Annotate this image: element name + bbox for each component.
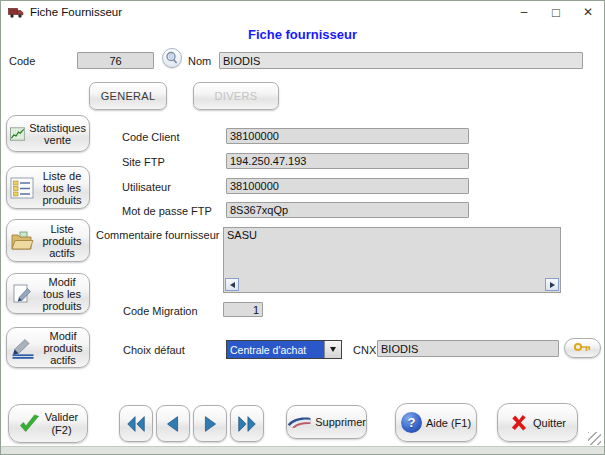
choix-defaut-label: Choix défaut [123,344,185,356]
window-title: Fiche Fournisseur [30,6,122,18]
sidebar-item-modif-tous-produits[interactable]: Modif tous les produits [6,273,90,314]
code-lookup-button[interactable] [162,48,182,68]
commentaire-input[interactable]: SASU [224,228,560,278]
check-icon [18,413,41,434]
choix-defaut-selected-option: Centrale d'achat [227,341,324,358]
tab-general[interactable]: GENERAL [89,82,167,110]
magnifier-icon [165,51,179,65]
valider-button[interactable]: Valider (F2) [8,404,88,443]
code-client-label: Code Client [122,131,179,143]
quitter-button[interactable]: Quitter [497,403,578,442]
sidebar-item-liste-produits-actifs[interactable]: Liste produits actifs [6,219,90,262]
dropdown-arrow-icon[interactable] [324,341,341,358]
valider-button-label: Valider (F2) [45,411,78,437]
cnx-input[interactable] [377,340,559,357]
nom-input[interactable] [219,52,583,69]
edit-document-icon [10,283,34,305]
fiche-fournisseur-window: Fiche Fournisseur – □ ✕ Fiche fournisseu… [0,0,605,455]
choix-defaut-select[interactable]: Centrale d'achat [226,340,342,359]
code-client-input[interactable] [226,128,469,144]
quitter-button-label: Quitter [533,417,566,429]
mot-de-passe-ftp-input[interactable] [226,202,469,218]
nom-label: Nom [188,55,211,67]
next-icon [199,413,221,435]
scroll-right-icon[interactable] [545,278,559,291]
sidebar-item-label: Liste produits actifs [38,223,86,259]
aide-button-label: Aide (F1) [426,417,471,429]
commentaire-label: Commentaire fournisseur [96,229,220,241]
last-record-button[interactable] [230,405,264,442]
supprimer-button-label: Supprimer [315,416,366,428]
aide-button[interactable]: ? Aide (F1) [395,403,477,442]
maximize-icon[interactable]: □ [540,1,572,23]
sidebar-item-label: Statistiques vente [29,122,86,146]
previous-icon [162,413,184,435]
code-migration-label: Code Migration [123,305,198,317]
mot-de-passe-ftp-label: Mot de passe FTP [122,205,212,217]
truck-icon [8,6,24,19]
scroll-left-icon[interactable] [225,278,239,291]
utilisateur-label: Utilisateur [122,181,171,193]
key-icon [573,342,592,354]
sidebar-item-label: Modif tous les produits [38,276,86,312]
page-title: Fiche fournisseur [1,27,604,42]
code-input[interactable] [77,52,154,69]
list-icon [10,177,34,199]
window-controls: – □ ✕ [508,1,604,23]
minimize-icon[interactable]: – [508,1,540,23]
question-icon: ? [401,412,422,433]
close-icon[interactable]: ✕ [572,1,604,23]
cnx-key-button[interactable] [564,338,601,358]
sidebar-item-statistiques-vente[interactable]: Statistiques vente [6,115,90,152]
sidebar-item-label: Modif produits actifs [40,330,86,366]
tab-divers[interactable]: DIVERS [193,82,279,110]
cnx-label: CNX [353,344,376,356]
last-icon [236,413,258,435]
titlebar: Fiche Fournisseur – □ ✕ [1,1,604,23]
next-record-button[interactable] [193,405,227,442]
sidebar-item-liste-tous-produits[interactable]: Liste de tous les produits [6,166,90,209]
previous-record-button[interactable] [156,405,190,442]
first-record-button[interactable] [119,405,153,442]
code-migration-input[interactable] [223,302,263,317]
first-icon [125,413,147,435]
code-label: Code [9,55,35,67]
commentaire-textarea-frame: SASU [223,227,561,293]
red-x-icon [509,413,529,433]
resize-grip-icon[interactable] [588,432,601,445]
sales-chart-icon [10,123,25,145]
pencil-sign-icon [10,337,36,359]
utilisateur-input[interactable] [226,178,469,194]
supprimer-button[interactable]: Supprimer [286,405,367,439]
sidebar-item-label: Liste de tous les produits [38,170,86,206]
site-ftp-label: Site FTP [122,156,165,168]
folder-icon [10,230,34,252]
site-ftp-input[interactable] [226,153,469,169]
sidebar-item-modif-produits-actifs[interactable]: Modif produits actifs [6,327,90,368]
window-bottom-frame [1,446,604,454]
eraser-icon [287,414,311,430]
